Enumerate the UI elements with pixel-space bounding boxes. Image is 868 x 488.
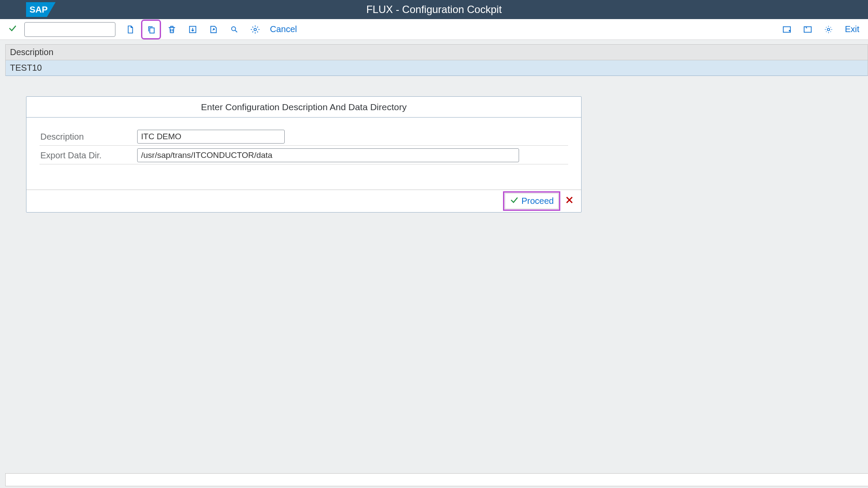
app-header: SAP FLUX - Configuration Cockpit (0, 0, 868, 19)
cancel-button[interactable]: Cancel (266, 24, 301, 34)
svg-point-4 (232, 26, 236, 30)
copy-icon (146, 25, 156, 34)
dialog-body: Description Export Data Dir. (26, 118, 581, 190)
x-icon (565, 195, 574, 205)
dialog-close-button[interactable] (562, 102, 581, 112)
toolbar: Cancel Exit (0, 19, 868, 40)
window-close-icon (803, 25, 812, 34)
export-dir-input[interactable] (137, 148, 519, 162)
new-window-button[interactable] (779, 22, 795, 37)
dialog-menu-button[interactable] (26, 102, 46, 112)
proceed-button[interactable]: Proceed (505, 193, 559, 209)
export-button[interactable] (206, 22, 221, 37)
trash-icon (167, 25, 177, 34)
config-dropdown[interactable] (24, 22, 115, 37)
check-icon (510, 195, 519, 207)
dialog-cancel-button[interactable] (562, 193, 577, 209)
back-button[interactable] (0, 0, 20, 19)
export-icon (209, 25, 218, 34)
close-icon (567, 102, 576, 112)
dialog-footer: Proceed (26, 190, 581, 212)
close-window-button[interactable] (800, 22, 815, 37)
menu-icon (31, 102, 41, 112)
new-button[interactable] (122, 22, 138, 37)
wrench-search-icon (230, 25, 239, 34)
svg-point-8 (827, 28, 830, 31)
config-dialog: Enter Configuration Description And Data… (26, 96, 582, 213)
page-title: FLUX - Configuration Cockpit (366, 3, 502, 16)
status-bar (5, 473, 868, 486)
description-table: Description TEST10 (5, 44, 868, 76)
delete-button[interactable] (164, 22, 180, 37)
tools-button[interactable] (821, 22, 836, 37)
export-dir-label: Export Data Dir. (39, 151, 137, 160)
gear-icon (250, 25, 260, 34)
description-label: Description (39, 132, 137, 142)
accept-button[interactable] (8, 23, 17, 35)
right-toolbar: Exit (776, 22, 863, 37)
window-add-icon (782, 25, 792, 34)
document-icon (125, 25, 135, 34)
import-button[interactable] (185, 22, 201, 37)
svg-rect-7 (804, 26, 811, 32)
form-row-description: Description (39, 130, 568, 146)
copy-button[interactable] (143, 22, 159, 37)
table-row[interactable]: TEST10 (6, 60, 868, 76)
description-input[interactable] (137, 130, 285, 144)
check-icon (8, 23, 17, 33)
svg-text:SAP: SAP (30, 5, 48, 14)
exit-button[interactable]: Exit (842, 24, 863, 34)
dialog-header: Enter Configuration Description And Data… (26, 97, 581, 118)
inspect-button[interactable] (227, 22, 242, 37)
gear-small-icon (824, 25, 833, 34)
import-icon (188, 25, 197, 34)
chevron-down-icon (102, 25, 112, 34)
settings-button[interactable] (247, 22, 263, 37)
form-row-export-dir: Export Data Dir. (39, 148, 568, 164)
sap-logo: SAP (20, 2, 62, 17)
proceed-label: Proceed (522, 196, 554, 206)
chevron-left-icon (5, 5, 15, 14)
svg-rect-2 (150, 28, 154, 33)
svg-point-5 (254, 28, 256, 31)
dialog-title: Enter Configuration Description And Data… (201, 102, 407, 112)
column-header-description[interactable]: Description (6, 45, 868, 60)
content-area: Description TEST10 Enter Configuration D… (0, 40, 868, 488)
